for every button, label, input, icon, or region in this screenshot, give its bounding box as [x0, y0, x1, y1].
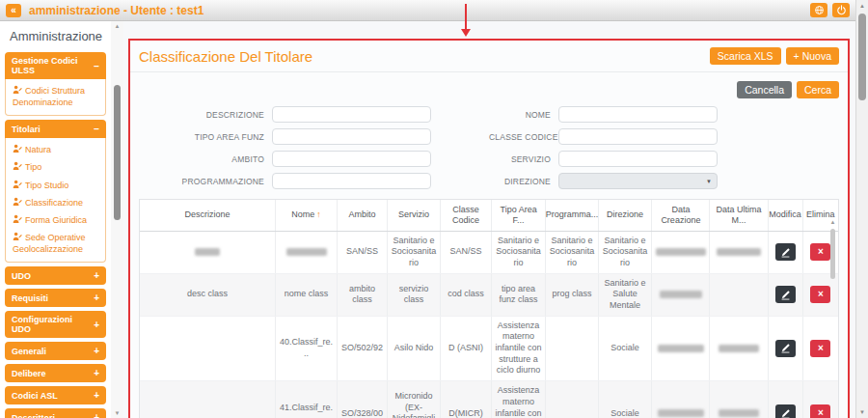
expand-section-icon[interactable]: +: [94, 346, 99, 356]
column-header-label: Ambito: [348, 209, 375, 220]
cell-tipo-area-f: Assistenza materno infantile con struttu…: [492, 381, 546, 418]
pencil-icon: [780, 247, 791, 258]
table-scrollbar-thumb[interactable]: [830, 229, 835, 279]
sidebar-item-sede-operative-geolocalizzazione[interactable]: Sede Operative Geolocalizzazione: [6, 229, 105, 258]
clear-button[interactable]: Cancella: [737, 81, 792, 98]
sidebar-section-codici-asl[interactable]: Codici ASL+: [5, 386, 106, 404]
collapse-section-icon[interactable]: −: [94, 124, 99, 134]
cell-nome: nome class: [276, 274, 338, 316]
table-scrollbar[interactable]: ▲: [828, 219, 837, 418]
cell-data-creazione: [652, 232, 710, 273]
column-header-servizio[interactable]: Servizio: [388, 200, 441, 231]
sidebar-section-gestione-codici-ulss[interactable]: Gestione Codici ULSS−: [5, 52, 106, 79]
column-header-direzione[interactable]: Direzione: [599, 200, 653, 231]
column-header-label: Classe Codice: [443, 205, 489, 226]
redacted-value: [719, 409, 759, 417]
sidebar-item-label: Sede Operative Geolocalizzazione: [13, 233, 86, 254]
sidebar-section-descrittori[interactable]: Descrittori+: [5, 408, 106, 418]
edit-row-button[interactable]: [775, 404, 796, 418]
sidebar-section-requisiti[interactable]: Requisiti+: [5, 289, 106, 307]
field-label-programmazione: PROGRAMMAZIONE: [139, 177, 264, 186]
sidebar-section-udo[interactable]: UDO+: [5, 266, 106, 285]
column-header-nome[interactable]: Nome↑: [276, 200, 338, 231]
redacted-value: [286, 248, 327, 256]
column-header-ambito[interactable]: Ambito: [338, 200, 388, 231]
column-header-classe-codice[interactable]: Classe Codice: [441, 200, 492, 231]
sidebar-section-label: Configurazioni UDO: [12, 315, 94, 334]
sidebar-section-titolari[interactable]: Titolari−: [5, 120, 106, 138]
expand-section-icon[interactable]: +: [94, 320, 99, 330]
input-descrizione[interactable]: [272, 106, 431, 123]
logout-power-button[interactable]: [832, 3, 850, 17]
cell-nome: 41.Classif_re...: [276, 381, 338, 418]
expand-section-icon[interactable]: +: [94, 293, 99, 303]
app-window: « amministrazione - Utente : test1 Ammin…: [0, 0, 868, 418]
column-header-tipo-area-f[interactable]: Tipo Area F...: [492, 200, 546, 231]
input-programmazione[interactable]: [272, 173, 431, 189]
panel-header: Classificazione Del Titolare Scarica XLS…: [130, 41, 848, 72]
page-scrollbar[interactable]: ▲ ▼: [855, 0, 868, 418]
form-row-nome: NOME: [489, 106, 839, 123]
sort-ascending-icon[interactable]: ↑: [316, 209, 321, 220]
form-row-ambito: AMBITO: [139, 151, 489, 167]
cell-descrizione: [140, 232, 276, 273]
sidebar-scrollbar[interactable]: ▲ ▼: [111, 21, 123, 418]
sidebar-item-forma-giuridica[interactable]: Forma Giuridica: [6, 211, 105, 229]
sidebar: Amministrazione Gestione Codici ULSS−Cod…: [0, 21, 111, 418]
sidebar-section-generali[interactable]: Generali+: [5, 342, 106, 360]
form-row-servizio: SERVIZIO: [489, 151, 839, 167]
header-buttons: Scarica XLS + Nuova: [710, 47, 839, 65]
sidebar-item-natura[interactable]: Natura: [6, 141, 105, 158]
table-body: SAN/SSSanitario e SociosanitarioSAN/SSSa…: [140, 232, 838, 418]
edit-row-button[interactable]: [775, 286, 796, 303]
dropdown-caret-icon: ▼: [706, 179, 712, 184]
expand-section-icon[interactable]: +: [94, 368, 99, 378]
sidebar-section-label: Descrittori: [12, 413, 55, 418]
cell-data-ultima-m: [710, 232, 768, 273]
cell-servizio: servizio class: [388, 274, 441, 316]
sidebar-item-tipo-studio[interactable]: Tipo Studio: [6, 177, 105, 194]
sidebar-collapse-button[interactable]: «: [6, 4, 21, 17]
edit-row-button[interactable]: [775, 243, 796, 261]
sidebar-section-configurazioni-udo[interactable]: Configurazioni UDO+: [5, 311, 106, 338]
select-direzione[interactable]: ▼: [558, 173, 718, 189]
new-record-button[interactable]: + Nuova: [786, 47, 839, 65]
cell-data-creazione: [652, 317, 710, 380]
sidebar-scrollbar-thumb[interactable]: [114, 85, 121, 220]
expand-section-icon[interactable]: +: [94, 412, 99, 418]
language-globe-button[interactable]: [810, 3, 827, 17]
input-classe-codice[interactable]: [558, 128, 718, 145]
sidebar-item-codici-struttura-denominazione[interactable]: Codici Struttura Denominazione: [6, 82, 105, 111]
scroll-up-icon[interactable]: ▲: [111, 23, 123, 29]
input-tipo-area-funz[interactable]: [272, 128, 431, 145]
expand-section-icon[interactable]: +: [94, 270, 99, 281]
scroll-down-icon[interactable]: ▼: [856, 409, 868, 415]
column-header-data-ultima-m[interactable]: Data Ultima M...: [710, 200, 768, 231]
expand-section-icon[interactable]: +: [94, 390, 99, 401]
download-xls-button[interactable]: Scarica XLS: [710, 47, 781, 65]
cell-tipo-area-f: Sanitario e Sociosanitario: [492, 232, 546, 273]
column-header-data-creazione[interactable]: Data Creazione: [652, 200, 710, 231]
page-scrollbar-thumb[interactable]: [858, 14, 866, 100]
cell-programma: [546, 317, 598, 380]
scroll-up-icon[interactable]: ▲: [828, 219, 837, 225]
column-header-descrizione[interactable]: Descrizione: [140, 200, 276, 231]
scroll-up-icon[interactable]: ▲: [856, 3, 868, 9]
field-label-servizio: SERVIZIO: [489, 154, 551, 164]
collapse-section-icon[interactable]: −: [94, 61, 99, 71]
column-header-programma[interactable]: Programma...: [546, 200, 598, 231]
sidebar-item-label: Tipo Studio: [25, 181, 68, 190]
search-button[interactable]: Cerca: [797, 81, 839, 98]
sidebar-item-tipo[interactable]: Tipo: [6, 158, 105, 176]
sidebar-item-classificazione[interactable]: Classificazione: [6, 194, 105, 211]
column-header-modifica[interactable]: Modifica: [769, 200, 803, 231]
sidebar-section-delibere[interactable]: Delibere+: [5, 364, 106, 382]
redacted-value: [719, 345, 759, 352]
cell-servizio: Micronido (EX-Nidofamiglia): [388, 381, 441, 418]
edit-row-button[interactable]: [775, 340, 796, 357]
redacted-value: [658, 409, 704, 417]
scroll-down-icon[interactable]: ▼: [111, 410, 123, 416]
input-servizio[interactable]: [558, 151, 718, 167]
input-nome[interactable]: [558, 106, 718, 123]
input-ambito[interactable]: [272, 151, 431, 167]
